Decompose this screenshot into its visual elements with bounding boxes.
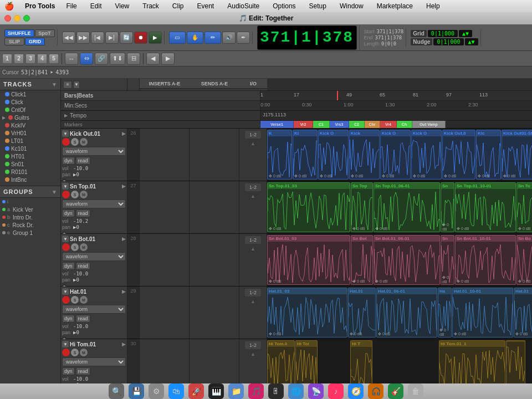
menu-marketplace[interactable]: Marketplace (375, 1, 415, 11)
read-btn-1[interactable]: read (76, 209, 90, 217)
num-btn-4[interactable]: 4 (37, 54, 47, 64)
clip-0-7[interactable]: Kic✤ 0 dB (476, 130, 501, 180)
menu-setup[interactable]: Setup (307, 1, 329, 11)
marker-seg-6[interactable]: Vr4 (380, 121, 397, 128)
tempo-expand-icon[interactable]: ▶ (64, 113, 68, 118)
track-collapse-btn-0[interactable]: ▼ (62, 130, 69, 137)
dock-guitar[interactable]: 🎸 (388, 383, 403, 399)
rec-btn-2[interactable] (62, 243, 70, 251)
clip-area-0[interactable]: K✤ 0 dBKi✤ 0 dBKick O✤ 0 dBKick✤ 0 dBKic… (267, 129, 532, 181)
clip-2-0[interactable]: Sn Bot.01_03✤ 0 dB (267, 235, 350, 285)
dock-protools[interactable]: 🎚 (268, 383, 284, 399)
goto-start-button[interactable]: |◀ (91, 32, 104, 44)
dyn-btn-0[interactable]: dyn (62, 157, 75, 165)
clip-area-2[interactable]: Sn Bot.01_03✤ 0 dBSn Bot✤ 0 dBSn Bot.01_… (267, 234, 532, 286)
marker-seg-4[interactable]: C2 (349, 121, 365, 128)
dyn-btn-2[interactable]: dyn (62, 262, 75, 270)
slip-button[interactable]: SLIP (4, 38, 24, 45)
clip-4-2[interactable]: Hi T✤ 0 dB (350, 340, 372, 387)
tracks-list-item-0[interactable]: Click1 (0, 90, 60, 98)
waveform-select-2[interactable]: waveform (62, 252, 126, 261)
clip-3-0[interactable]: Hat.01_03✤ 0 dB (267, 288, 347, 337)
link-timeline-button[interactable]: 🔗 (95, 53, 108, 65)
read-btn-3[interactable]: read (76, 315, 90, 323)
mute-btn-2[interactable]: M (80, 243, 88, 251)
dock-launch[interactable]: 🚀 (188, 383, 204, 399)
fast-forward-button[interactable]: ▶▶ (76, 32, 90, 44)
menu-track[interactable]: Track (140, 1, 161, 11)
clip-0-1[interactable]: Ki✤ 0 dB (293, 130, 318, 180)
fit-tracks-button[interactable]: ⊟ (127, 53, 140, 65)
marker-seg-8[interactable]: Out Vamp (412, 121, 446, 128)
rec-btn-3[interactable] (62, 296, 70, 304)
track-collapse-btn-3[interactable]: ▼ (62, 288, 69, 295)
groups-list-item-1[interactable]: a Kick Ver (0, 206, 60, 213)
tracks-list-item-5[interactable]: VrH01 (0, 129, 60, 137)
io-value-0[interactable]: 1-2 (245, 131, 261, 139)
mute-btn-0[interactable]: M (80, 138, 88, 146)
dock-folder[interactable]: 📁 (228, 383, 244, 399)
mute-btn-1[interactable]: M (80, 191, 88, 198)
groups-list-item-3[interactable]: c Rock Dr. (0, 221, 60, 229)
clip-4-3[interactable]: Hi Tom.01_1✤ 0 dB (439, 340, 505, 387)
track-collapse-btn-1[interactable]: ▼ (62, 183, 69, 190)
goto-end-button[interactable]: ▶| (105, 32, 119, 44)
menu-file[interactable]: File (64, 1, 79, 11)
groups-collapse-icon[interactable]: ▼ (52, 189, 57, 195)
clip-4-0[interactable]: Hi Tom.0✤ 0 dB (267, 340, 295, 387)
solo-btn-3[interactable]: S (71, 296, 79, 304)
dock-finder[interactable]: 🔍 (109, 383, 124, 399)
dyn-btn-3[interactable]: dyn (62, 315, 75, 323)
clip-1-4[interactable]: Sn Top.01_10-01✤ 0 dB (455, 182, 516, 232)
dock-settings[interactable]: ⚙ (149, 383, 164, 399)
io-value-4[interactable]: 1-2 (245, 341, 261, 349)
groups-list-item-0[interactable]: i (0, 198, 60, 206)
clip-2-1[interactable]: Sn Bot✤ 0 dB (351, 235, 373, 285)
num-btn-1[interactable]: 1 (2, 54, 12, 64)
dock-piano[interactable]: 🎹 (208, 383, 224, 399)
menu-options[interactable]: Options (270, 1, 298, 11)
tracks-list-item-10[interactable]: R0101 (0, 168, 60, 176)
pencil-tool[interactable]: ✏ (204, 32, 221, 44)
record-button[interactable]: ⏺ (134, 32, 147, 44)
tracks-collapse-icon[interactable]: ▼ (52, 81, 57, 88)
mute-btn-3[interactable]: M (80, 296, 88, 304)
tracks-list-item-1[interactable]: Click (0, 98, 60, 106)
menu-edit[interactable]: Edit (88, 1, 104, 11)
dock-appstore[interactable]: 🛍 (168, 383, 184, 399)
solo-btn-4[interactable]: S (71, 349, 79, 356)
clip-0-6[interactable]: Kick Out.0✤ 0 dB (442, 130, 475, 180)
num-btn-3[interactable]: 3 (25, 54, 35, 64)
menu-event[interactable]: Event (195, 1, 217, 11)
menu-view[interactable]: View (112, 1, 131, 11)
dyn-btn-4[interactable]: dyn (62, 367, 75, 375)
io-value-3[interactable]: 1-2 (245, 289, 261, 296)
track-collapse-btn-2[interactable]: ▼ (62, 236, 69, 242)
marker-seg-0[interactable]: Verse1 (260, 121, 294, 128)
menu-window[interactable]: Window (337, 1, 366, 11)
speaker-tool[interactable]: 🔊 (222, 32, 236, 44)
read-btn-0[interactable]: read (76, 157, 90, 165)
solo-btn-1[interactable]: S (71, 191, 79, 198)
clip-1-0[interactable]: Sn Top.01_03✤ 0 dB (267, 182, 350, 232)
arrow-down-icon[interactable]: ▼ (73, 81, 80, 89)
clip-2-4[interactable]: Sn Bot.01_10-01✤ 0 dB (455, 235, 516, 285)
clip-1-2[interactable]: Sn Top.01_06-01✤ 0 dB (374, 182, 440, 232)
io-value-2[interactable]: 1-2 (245, 236, 261, 244)
read-btn-2[interactable]: read (76, 262, 90, 270)
minimize-button[interactable] (14, 15, 21, 22)
play-button[interactable]: ▶ (149, 32, 162, 44)
num-btn-5[interactable]: 5 (49, 54, 59, 64)
clip-3-3[interactable]: Ha✤ 0 dB (438, 288, 452, 337)
dock-globe[interactable]: 🌐 (288, 383, 304, 399)
clip-1-3[interactable]: Sn✤ 0 dB (441, 182, 454, 232)
clip-4-4[interactable]: ✤ 0 dB (506, 340, 525, 387)
clip-3-4[interactable]: Hat.01_10-01✤ 0 dB (452, 288, 513, 337)
dock-trash[interactable]: 🗑 (408, 383, 423, 399)
rewind-button[interactable]: ◀◀ (62, 32, 75, 44)
clip-area-4[interactable]: Hi Tom.0✤ 0 dBHi Toi✤ 0 dBHi T✤ 0 dBHi T… (267, 339, 532, 387)
clip-1-5[interactable]: Sn To✤ 0 dB (516, 182, 532, 232)
clip-area-3[interactable]: Hat.01_03✤ 0 dBHat.01✤ 0 dBHat.01_06-01✤… (267, 287, 532, 339)
io-value-1[interactable]: 1-2 (245, 183, 261, 191)
dock-headphones[interactable]: 🎧 (368, 383, 383, 399)
